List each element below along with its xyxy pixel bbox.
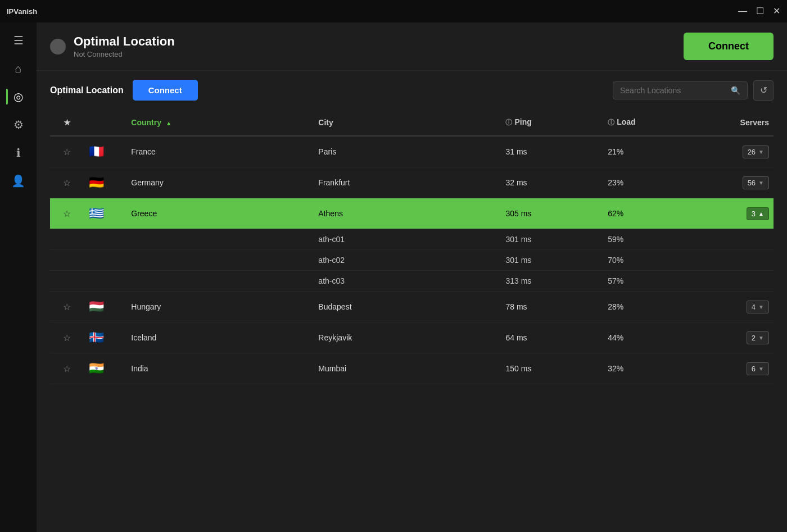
table-row[interactable]: ath-c01 301 ms 59% bbox=[50, 229, 774, 250]
row-star[interactable]: ☆ bbox=[50, 136, 84, 167]
toolbar-right: 🔍 ↺ bbox=[613, 80, 774, 101]
account-icon: 👤 bbox=[11, 174, 25, 188]
row-load: 32% bbox=[603, 353, 688, 384]
sub-row-city: ath-c02 bbox=[314, 250, 501, 271]
sub-row-country bbox=[126, 271, 314, 292]
star-header-icon: ★ bbox=[64, 118, 71, 127]
row-star[interactable]: ☆ bbox=[50, 198, 84, 229]
sidebar-item-home[interactable]: ⌂ bbox=[6, 56, 31, 81]
info-icon: ℹ bbox=[16, 146, 21, 160]
table-row[interactable]: ☆ 🇫🇷 France Paris 31 ms 21% 26 ▼ bbox=[50, 136, 774, 167]
minimize-button[interactable]: — bbox=[738, 7, 747, 16]
sub-row-servers bbox=[689, 271, 774, 292]
toolbar-connect-button[interactable]: Connect bbox=[133, 80, 198, 101]
sidebar-item-location[interactable]: ◎ bbox=[6, 84, 31, 109]
col-header-load: ⓘLoad bbox=[603, 110, 688, 136]
favorite-icon[interactable]: ☆ bbox=[63, 178, 71, 188]
favorite-icon[interactable]: ☆ bbox=[63, 147, 71, 157]
search-input[interactable] bbox=[620, 86, 726, 95]
row-city: Reykjavik bbox=[314, 322, 501, 353]
row-servers: 2 ▼ bbox=[689, 322, 774, 353]
sub-row-servers bbox=[689, 250, 774, 271]
refresh-button[interactable]: ↺ bbox=[753, 80, 774, 101]
row-servers: 4 ▼ bbox=[689, 292, 774, 322]
table-row[interactable]: ☆ 🇭🇺 Hungary Budapest 78 ms 28% 4 ▼ bbox=[50, 292, 774, 322]
servers-badge[interactable]: 56 ▼ bbox=[743, 176, 769, 189]
country-flag: 🇮🇸 bbox=[89, 330, 104, 344]
col-header-country[interactable]: Country ▲ bbox=[126, 110, 314, 136]
sub-row-ping: 313 ms bbox=[501, 271, 603, 292]
favorite-icon[interactable]: ☆ bbox=[63, 302, 71, 312]
row-city: Frankfurt bbox=[314, 167, 501, 198]
favorite-icon[interactable]: ☆ bbox=[63, 364, 71, 374]
servers-badge[interactable]: 4 ▼ bbox=[747, 301, 769, 313]
table-header-row: ★ Country ▲ City ⓘPing ⓘLoad bbox=[50, 110, 774, 136]
location-icon: ◎ bbox=[13, 90, 23, 103]
sub-row-flag bbox=[84, 229, 127, 250]
header: Optimal Location Not Connected Connect bbox=[37, 22, 787, 71]
col-header-star: ★ bbox=[50, 110, 84, 136]
row-country: Greece bbox=[126, 198, 314, 229]
table-row[interactable]: ath-c02 301 ms 70% bbox=[50, 250, 774, 271]
title-bar-left: IPVanish bbox=[7, 7, 37, 16]
table-row[interactable]: ☆ 🇮🇸 Iceland Reykjavik 64 ms 44% 2 ▼ bbox=[50, 322, 774, 353]
row-flag: 🇭🇺 bbox=[84, 292, 127, 322]
row-flag: 🇩🇪 bbox=[84, 167, 127, 198]
row-country: Iceland bbox=[126, 322, 314, 353]
servers-badge[interactable]: 6 ▼ bbox=[747, 362, 769, 375]
sub-row-star bbox=[50, 250, 84, 271]
row-servers: 3 ▲ bbox=[689, 198, 774, 229]
main-content: Optimal Location Not Connected Connect O… bbox=[37, 22, 787, 532]
country-flag: 🇭🇺 bbox=[89, 299, 104, 313]
expand-arrow-icon: ▼ bbox=[758, 335, 764, 341]
maximize-button[interactable]: ☐ bbox=[756, 7, 764, 16]
row-star[interactable]: ☆ bbox=[50, 322, 84, 353]
menu-icon: ☰ bbox=[13, 34, 24, 47]
row-servers: 56 ▼ bbox=[689, 167, 774, 198]
sub-row-flag bbox=[84, 250, 127, 271]
refresh-icon: ↺ bbox=[760, 85, 767, 96]
row-flag: 🇮🇸 bbox=[84, 322, 127, 353]
row-ping: 64 ms bbox=[501, 322, 603, 353]
row-ping: 150 ms bbox=[501, 353, 603, 384]
header-left: Optimal Location Not Connected bbox=[50, 34, 175, 58]
row-ping: 32 ms bbox=[501, 167, 603, 198]
sub-row-servers bbox=[689, 229, 774, 250]
sidebar-item-menu[interactable]: ☰ bbox=[6, 28, 31, 53]
table-row[interactable]: ☆ 🇬🇷 Greece Athens 305 ms 62% 3 ▲ bbox=[50, 198, 774, 229]
optimal-location-label: Optimal Location bbox=[50, 85, 124, 96]
search-icon: 🔍 bbox=[731, 86, 740, 95]
favorite-icon[interactable]: ☆ bbox=[63, 209, 71, 219]
row-star[interactable]: ☆ bbox=[50, 292, 84, 322]
sub-row-city: ath-c01 bbox=[314, 229, 501, 250]
sub-row-load: 57% bbox=[603, 271, 688, 292]
servers-badge[interactable]: 3 ▲ bbox=[747, 207, 769, 220]
col-header-ping: ⓘPing bbox=[501, 110, 603, 136]
header-connect-button[interactable]: Connect bbox=[684, 33, 774, 60]
sidebar-item-settings[interactable]: ⚙ bbox=[6, 112, 31, 137]
table-row[interactable]: ☆ 🇩🇪 Germany Frankfurt 32 ms 23% 56 ▼ bbox=[50, 167, 774, 198]
row-star[interactable]: ☆ bbox=[50, 353, 84, 384]
country-flag: 🇩🇪 bbox=[89, 175, 104, 189]
row-city: Mumbai bbox=[314, 353, 501, 384]
row-star[interactable]: ☆ bbox=[50, 167, 84, 198]
close-button[interactable]: ✕ bbox=[773, 7, 780, 16]
row-load: 62% bbox=[603, 198, 688, 229]
sub-row-load: 59% bbox=[603, 229, 688, 250]
table-row[interactable]: ath-c03 313 ms 57% bbox=[50, 271, 774, 292]
servers-badge[interactable]: 26 ▼ bbox=[743, 145, 769, 158]
sub-row-ping: 301 ms bbox=[501, 229, 603, 250]
row-load: 23% bbox=[603, 167, 688, 198]
sub-row-load: 70% bbox=[603, 250, 688, 271]
sub-row-flag bbox=[84, 271, 127, 292]
servers-badge[interactable]: 2 ▼ bbox=[747, 331, 769, 344]
row-ping: 78 ms bbox=[501, 292, 603, 322]
sub-row-star bbox=[50, 229, 84, 250]
favorite-icon[interactable]: ☆ bbox=[63, 333, 71, 343]
sidebar-item-info[interactable]: ℹ bbox=[6, 140, 31, 165]
col-header-city: City bbox=[314, 110, 501, 136]
table-row[interactable]: ☆ 🇮🇳 India Mumbai 150 ms 32% 6 ▼ bbox=[50, 353, 774, 384]
sidebar-item-account[interactable]: 👤 bbox=[6, 169, 31, 193]
app-name: IPVanish bbox=[7, 7, 37, 16]
col-header-flag bbox=[84, 110, 127, 136]
